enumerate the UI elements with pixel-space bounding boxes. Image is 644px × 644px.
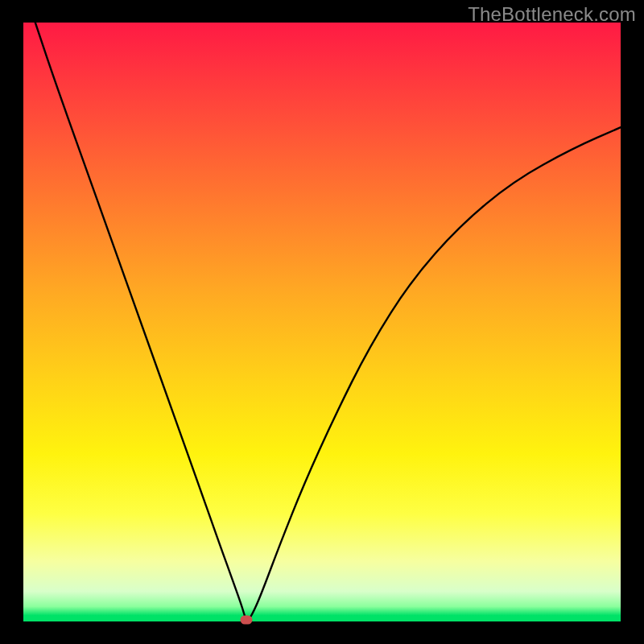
watermark-text: TheBottleneck.com [468,3,636,26]
optimal-point-marker [240,615,252,624]
chart-plot-area [23,23,621,621]
